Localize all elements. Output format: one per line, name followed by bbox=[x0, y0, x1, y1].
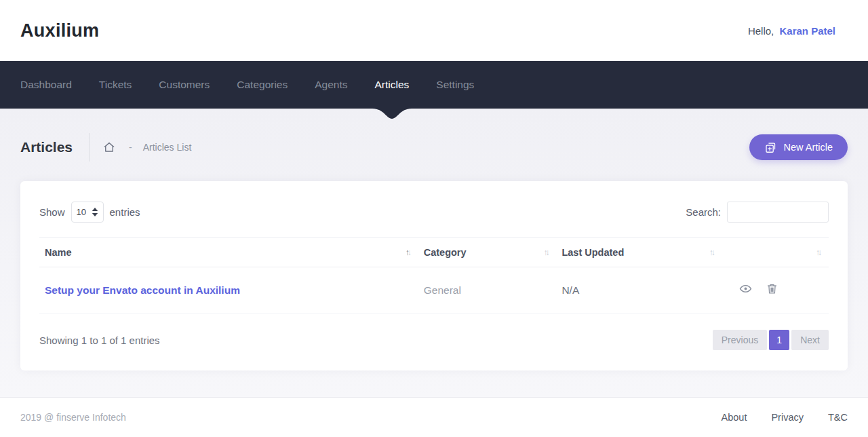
article-category-cell: General bbox=[418, 267, 557, 314]
pagination-previous-button[interactable]: Previous bbox=[713, 330, 767, 350]
nav-item-dashboard[interactable]: Dashboard bbox=[20, 61, 72, 109]
article-name-cell: Setup your Envato account in Auxilium bbox=[39, 267, 418, 314]
nav-item-articles[interactable]: Articles bbox=[375, 61, 410, 109]
user-profile-link[interactable]: Karan Patel bbox=[779, 25, 835, 37]
search-label: Search: bbox=[686, 206, 721, 218]
footer-link-about[interactable]: About bbox=[722, 412, 747, 423]
pagination: Previous 1 Next bbox=[711, 330, 829, 350]
select-stepper-icon bbox=[92, 208, 98, 216]
new-article-button[interactable]: New Article bbox=[749, 134, 848, 160]
article-actions-cell bbox=[722, 267, 829, 314]
breadcrumb-current: Articles List bbox=[143, 142, 192, 153]
article-last-updated-cell: N/A bbox=[556, 267, 722, 314]
entries-select[interactable]: 10 bbox=[71, 202, 104, 223]
column-header-last-updated[interactable]: Last Updated ↑↓ bbox=[556, 238, 722, 267]
footer-link-tc[interactable]: T&C bbox=[828, 412, 848, 423]
copyright-text: 2019 @ finserve Infotech bbox=[20, 412, 126, 423]
articles-table-card: Show 10 entries Search: Name ↑↓ bbox=[20, 181, 848, 370]
delete-trash-icon[interactable] bbox=[766, 283, 778, 297]
nav-item-customers[interactable]: Customers bbox=[159, 61, 210, 109]
pagination-page-1-button[interactable]: 1 bbox=[769, 330, 789, 350]
entries-summary: Showing 1 to 1 of 1 entries bbox=[39, 335, 160, 346]
page-length-control: Show 10 entries bbox=[39, 202, 140, 223]
footer-link-privacy[interactable]: Privacy bbox=[771, 412, 804, 423]
nav-item-tickets[interactable]: Tickets bbox=[99, 61, 132, 109]
page-title: Articles bbox=[20, 139, 73, 155]
search-input[interactable] bbox=[727, 202, 829, 223]
sort-icon: ↑↓ bbox=[543, 248, 549, 257]
table-header-row: Name ↑↓ Category ↑↓ Last Updated ↑↓ ↑↓ bbox=[39, 238, 829, 267]
app-logo[interactable]: Auxilium bbox=[20, 20, 99, 41]
articles-table: Name ↑↓ Category ↑↓ Last Updated ↑↓ ↑↓ bbox=[39, 238, 829, 314]
breadcrumb: - Articles List bbox=[103, 141, 191, 153]
page-header-row: Articles - Articles List New Article bbox=[20, 131, 848, 164]
table-controls: Show 10 entries Search: bbox=[39, 202, 829, 223]
column-header-name[interactable]: Name ↑↓ bbox=[39, 238, 418, 267]
sort-icon: ↑↓ bbox=[709, 248, 715, 257]
home-icon[interactable] bbox=[103, 141, 115, 153]
sort-icon: ↑↓ bbox=[406, 248, 412, 257]
title-divider bbox=[89, 133, 90, 162]
nav-item-categories[interactable]: Categories bbox=[237, 61, 288, 109]
table-row: Setup your Envato account in Auxilium Ge… bbox=[39, 267, 829, 314]
article-link[interactable]: Setup your Envato account in Auxilium bbox=[45, 284, 240, 296]
main-nav: Dashboard Tickets Customers Categories A… bbox=[0, 61, 868, 109]
search-control: Search: bbox=[686, 202, 829, 223]
column-header-category[interactable]: Category ↑↓ bbox=[418, 238, 557, 267]
breadcrumb-separator: - bbox=[129, 142, 132, 153]
site-footer: 2019 @ finserve Infotech About Privacy T… bbox=[0, 397, 868, 437]
add-document-icon bbox=[764, 141, 777, 154]
column-header-actions[interactable]: ↑↓ bbox=[722, 238, 829, 267]
footer-links: About Privacy T&C bbox=[697, 412, 848, 423]
active-tab-notch bbox=[372, 109, 412, 119]
nav-item-agents[interactable]: Agents bbox=[315, 61, 347, 109]
table-footer: Showing 1 to 1 of 1 entries Previous 1 N… bbox=[39, 330, 829, 350]
app-header: Auxilium Hello, Karan Patel bbox=[0, 0, 868, 61]
page-content: Articles - Articles List New Article Sho… bbox=[0, 109, 868, 397]
user-greeting: Hello, Karan Patel bbox=[748, 25, 835, 37]
greeting-text: Hello, bbox=[748, 25, 774, 37]
pagination-next-button[interactable]: Next bbox=[791, 330, 829, 350]
nav-item-settings[interactable]: Settings bbox=[436, 61, 474, 109]
sort-icon: ↑↓ bbox=[816, 248, 822, 257]
view-eye-icon[interactable] bbox=[739, 282, 752, 298]
entries-select-value: 10 bbox=[77, 207, 86, 217]
